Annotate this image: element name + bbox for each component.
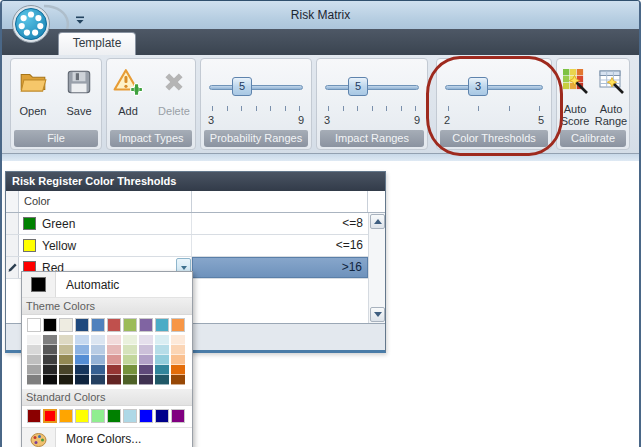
color-swatch[interactable] <box>107 345 121 355</box>
color-swatch[interactable] <box>171 345 185 355</box>
color-swatch[interactable] <box>43 318 57 332</box>
application-menu-button[interactable] <box>11 4 51 44</box>
quick-access-dropdown-icon[interactable] <box>75 11 85 20</box>
color-swatch[interactable] <box>27 409 41 423</box>
color-swatch[interactable] <box>155 335 169 345</box>
color-swatch[interactable] <box>139 409 153 423</box>
dialog-title-bar[interactable]: Risk Register Color Thresholds <box>6 172 385 191</box>
color-swatch[interactable] <box>75 355 89 365</box>
color-swatch[interactable] <box>171 409 185 423</box>
color-swatch[interactable] <box>123 365 137 375</box>
slider-thumb[interactable]: 5 <box>232 77 252 96</box>
tab-template[interactable]: Template <box>58 32 136 55</box>
color-swatch[interactable] <box>171 318 185 332</box>
auto-range-button[interactable]: Auto Range <box>593 65 629 127</box>
color-swatch[interactable] <box>75 345 89 355</box>
color-swatch[interactable] <box>59 355 73 365</box>
color-swatch[interactable] <box>91 375 105 385</box>
color-swatch[interactable] <box>171 355 185 365</box>
color-swatch[interactable] <box>139 365 153 375</box>
scroll-up-button[interactable] <box>370 214 385 229</box>
color-swatch[interactable] <box>107 365 121 375</box>
color-swatch[interactable] <box>107 335 121 345</box>
save-button[interactable]: Save <box>58 65 100 127</box>
add-impact-type-button[interactable]: Add <box>107 65 149 127</box>
color-swatch[interactable] <box>59 365 73 375</box>
color-swatch[interactable] <box>107 355 121 365</box>
color-swatch[interactable] <box>139 318 153 332</box>
color-swatch[interactable] <box>107 375 121 385</box>
color-swatch[interactable] <box>27 318 41 332</box>
color-swatch[interactable] <box>43 365 57 375</box>
color-swatch[interactable] <box>171 335 185 345</box>
color-cell[interactable]: Yellow <box>19 235 192 256</box>
color-swatch[interactable] <box>43 409 57 423</box>
slider-track[interactable] <box>445 85 543 90</box>
color-swatch[interactable] <box>75 375 89 385</box>
color-swatch[interactable] <box>91 335 105 345</box>
column-header-color[interactable]: Color <box>19 191 192 212</box>
color-swatch[interactable] <box>75 365 89 375</box>
color-swatch[interactable] <box>171 375 185 385</box>
scroll-down-button[interactable] <box>370 307 385 322</box>
color-swatch[interactable] <box>91 409 105 423</box>
color-swatch[interactable] <box>91 345 105 355</box>
color-swatch[interactable] <box>27 345 41 355</box>
slider-thumb[interactable]: 3 <box>468 77 488 96</box>
color-swatch[interactable] <box>43 335 57 345</box>
color-swatch[interactable] <box>27 365 41 375</box>
color-swatch[interactable] <box>107 409 121 423</box>
delete-impact-type-button[interactable]: Delete <box>153 65 195 127</box>
color-swatch[interactable] <box>139 335 153 345</box>
color-swatch[interactable] <box>139 375 153 385</box>
grid-scrollbar[interactable] <box>368 213 385 323</box>
color-swatch[interactable] <box>59 345 73 355</box>
color-swatch[interactable] <box>123 345 137 355</box>
color-swatch[interactable] <box>43 375 57 385</box>
color-swatch[interactable] <box>155 355 169 365</box>
color-swatch[interactable] <box>59 318 73 332</box>
color-swatch[interactable] <box>123 409 137 423</box>
color-swatch[interactable] <box>59 375 73 385</box>
color-swatch[interactable] <box>91 355 105 365</box>
color-swatch[interactable] <box>171 365 185 375</box>
slider-track[interactable] <box>209 85 303 90</box>
color-swatch[interactable] <box>155 365 169 375</box>
color-swatch[interactable] <box>75 335 89 345</box>
color-swatch[interactable] <box>75 318 89 332</box>
color-swatch[interactable] <box>75 409 89 423</box>
color-swatch[interactable] <box>123 335 137 345</box>
color-swatch[interactable] <box>155 375 169 385</box>
color-swatch[interactable] <box>27 355 41 365</box>
color-swatch[interactable] <box>43 345 57 355</box>
color-swatch[interactable] <box>27 335 41 345</box>
color-swatch[interactable] <box>27 375 41 385</box>
slider-thumb[interactable]: 5 <box>348 77 368 96</box>
column-header-value[interactable] <box>192 191 368 212</box>
color-swatch[interactable] <box>107 318 121 332</box>
threshold-value-cell-selected[interactable]: >16 <box>192 257 368 278</box>
color-swatch[interactable] <box>139 355 153 365</box>
color-swatch[interactable] <box>59 409 73 423</box>
color-swatch[interactable] <box>155 409 169 423</box>
automatic-color-item[interactable]: Automatic <box>22 272 192 298</box>
color-swatch[interactable] <box>155 318 169 332</box>
open-button[interactable]: Open <box>12 65 54 127</box>
title-bar[interactable]: Risk Matrix <box>2 1 639 29</box>
color-swatch[interactable] <box>123 375 137 385</box>
color-swatch[interactable] <box>91 318 105 332</box>
threshold-value-cell[interactable]: <=8 <box>192 213 368 234</box>
color-cell[interactable]: Green <box>19 213 192 234</box>
color-swatch[interactable] <box>59 335 73 345</box>
color-swatch[interactable] <box>43 355 57 365</box>
color-swatch[interactable] <box>123 355 137 365</box>
threshold-value-cell[interactable]: <=16 <box>192 235 368 256</box>
more-colors-item[interactable]: More Colors... <box>22 427 192 447</box>
color-swatch[interactable] <box>123 318 137 332</box>
row-selector[interactable] <box>6 235 19 256</box>
auto-score-button[interactable]: Auto Score <box>557 65 593 127</box>
color-swatch[interactable] <box>91 365 105 375</box>
color-swatch[interactable] <box>139 345 153 355</box>
slider-track[interactable] <box>325 85 419 90</box>
row-selector[interactable] <box>6 213 19 234</box>
